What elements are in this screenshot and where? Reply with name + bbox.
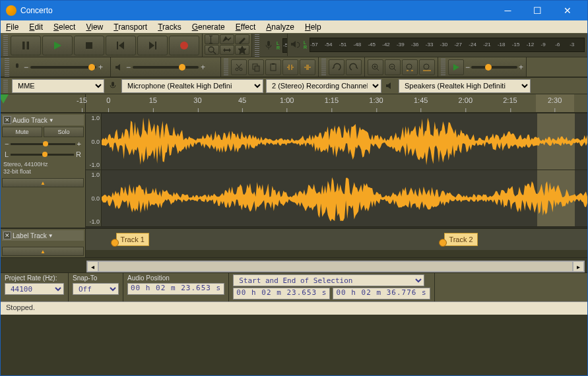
waveform-channel-right[interactable]: 1.0 0.0 -1.0 — [86, 170, 587, 227]
zoom-in-button[interactable] — [368, 59, 383, 75]
record-volume-slider[interactable] — [30, 66, 96, 69]
track-waveform-area[interactable]: 1.0 0.0 -1.0 1.0 0.0 -1.0 — [86, 113, 587, 228]
toolbar-grip[interactable] — [224, 59, 228, 75]
fit-selection-button[interactable] — [402, 59, 418, 75]
waveform — [102, 113, 587, 170]
record-channels-select[interactable]: 2 (Stereo) Recording Channels — [266, 79, 381, 93]
mute-button[interactable]: Mute — [2, 127, 42, 137]
close-button[interactable]: ✕ — [552, 1, 582, 20]
svg-marker-2 — [54, 42, 61, 49]
track-close-button[interactable]: ✕ — [3, 116, 11, 124]
zoom-toolbar — [365, 57, 438, 77]
track-menu-dropdown[interactable]: ▼ — [48, 233, 53, 239]
silence-button[interactable] — [300, 59, 315, 75]
waveform-channel-left[interactable]: 1.0 0.0 -1.0 — [86, 113, 587, 170]
track-label[interactable]: Track 1 — [116, 233, 149, 246]
menu-select[interactable]: Select — [48, 21, 81, 33]
timeline-ruler[interactable]: -1501530451:001:151:301:452:002:152:302:… — [1, 94, 587, 113]
play-speed-slider[interactable] — [471, 66, 517, 69]
multi-tool[interactable] — [235, 45, 249, 55]
fit-project-button[interactable] — [419, 59, 435, 75]
playback-device-select[interactable]: Speakers (Realtek High Definiti — [399, 79, 531, 93]
pause-button[interactable] — [11, 36, 41, 55]
menu-file[interactable]: File — [1, 21, 24, 33]
minimize-button[interactable]: ─ — [493, 1, 523, 20]
envelope-tool[interactable] — [220, 34, 234, 44]
copy-button[interactable] — [248, 59, 264, 75]
track-header[interactable]: ✕ Audio Track ▼ — [2, 115, 84, 125]
toolbar-grip[interactable] — [255, 34, 259, 57]
playback-meter-scale[interactable]: -57-54-51-48-45-42-39-36-33-30-27-24-21-… — [310, 38, 585, 52]
skip-end-button[interactable] — [137, 36, 168, 55]
gain-slider-row: − + — [2, 140, 84, 148]
mic-icon — [13, 63, 22, 72]
scroll-right-button[interactable]: ▸ — [573, 261, 584, 272]
toolbar-grip[interactable] — [5, 57, 9, 77]
trim-button[interactable] — [282, 59, 298, 75]
record-button[interactable] — [169, 36, 199, 55]
project-rate-select[interactable]: 44100 — [5, 283, 64, 295]
selection-start-field[interactable]: 00 h 02 m 23.653 s — [233, 288, 330, 299]
maximize-button[interactable]: ☐ — [523, 1, 552, 20]
track-collapse-button[interactable]: ▲ — [2, 247, 84, 256]
solo-button[interactable]: Solo — [44, 127, 84, 137]
play-at-speed-button[interactable] — [448, 59, 464, 75]
scrollbar-thumb[interactable] — [98, 261, 573, 272]
toolbar-grip[interactable] — [3, 79, 8, 92]
mic-icon — [263, 40, 274, 51]
vol-plus: + — [98, 63, 103, 72]
scroll-left-button[interactable]: ◂ — [87, 261, 98, 272]
horizontal-scrollbar[interactable]: ◂ ▸ — [86, 261, 585, 272]
track-close-button[interactable]: ✕ — [3, 232, 11, 239]
toolbar-grip[interactable] — [3, 35, 8, 55]
stop-button[interactable] — [74, 36, 104, 55]
menu-effect[interactable]: Effect — [230, 21, 261, 33]
draw-tool[interactable] — [235, 34, 249, 44]
redo-button[interactable] — [346, 59, 362, 75]
label-track-body[interactable]: Track 1Track 2 — [86, 229, 587, 250]
pan-slider[interactable] — [11, 154, 74, 156]
zoom-out-button[interactable] — [385, 59, 401, 75]
timeshift-tool[interactable] — [220, 45, 234, 55]
audio-host-select[interactable]: MME — [12, 79, 104, 93]
track-collapse-button[interactable]: ▲ — [2, 178, 84, 187]
menu-edit[interactable]: Edit — [24, 21, 48, 33]
menu-view[interactable]: View — [81, 21, 108, 33]
record-device-select[interactable]: Microphone (Realtek High Defini — [121, 79, 263, 93]
snap-to-select[interactable]: Off — [73, 283, 119, 295]
gain-minus: − — [5, 140, 9, 148]
waveform — [102, 170, 587, 226]
toolbar-grip[interactable] — [321, 59, 326, 75]
menu-analyze[interactable]: Analyze — [261, 21, 300, 33]
zoom-tool[interactable] — [205, 45, 219, 55]
svg-rect-7 — [155, 42, 156, 49]
selection-tool[interactable] — [205, 34, 219, 44]
paste-button[interactable] — [265, 59, 281, 75]
speaker-icon — [290, 40, 301, 50]
track-area: ✕ Audio Track ▼ Mute Solo − + L R Stereo… — [1, 113, 587, 258]
track-menu-dropdown[interactable]: ▼ — [49, 117, 54, 123]
gain-slider[interactable] — [11, 143, 75, 145]
playback-volume-slider[interactable] — [133, 66, 199, 69]
menu-generate[interactable]: Generate — [187, 21, 230, 33]
svg-rect-11 — [209, 43, 212, 44]
amplitude-scale: 1.0 0.0 -1.0 — [86, 170, 102, 226]
playback-meter[interactable]: LR -57-54-51-48-45-42-39-36-33-30-27-24-… — [287, 34, 587, 56]
menu-tracks[interactable]: Tracks — [152, 21, 187, 33]
play-button[interactable] — [42, 36, 73, 55]
menu-transport[interactable]: Transport — [108, 21, 152, 33]
cut-button[interactable] — [231, 59, 247, 75]
track-control-panel: ✕ Audio Track ▼ Mute Solo − + L R Stereo… — [1, 113, 86, 228]
undo-button[interactable] — [329, 59, 344, 75]
selection-type-select[interactable]: Start and End of Selection — [233, 274, 424, 286]
toolbar-grip[interactable] — [441, 59, 445, 75]
svg-rect-37 — [112, 82, 114, 86]
audio-position-field[interactable]: 00 h 02 m 23.653 s — [127, 283, 224, 295]
toolbar-area: LR Click to Start Monitoring -57-54-51-4… — [1, 34, 587, 77]
menu-help[interactable]: Help — [300, 21, 327, 33]
track-header[interactable]: ✕ Label Track ▼ — [2, 230, 84, 241]
track-label[interactable]: Track 2 — [444, 233, 477, 246]
playhead-icon[interactable] — [1, 94, 9, 104]
selection-end-field[interactable]: 00 h 02 m 36.776 s — [333, 288, 430, 299]
skip-start-button[interactable] — [106, 36, 136, 55]
